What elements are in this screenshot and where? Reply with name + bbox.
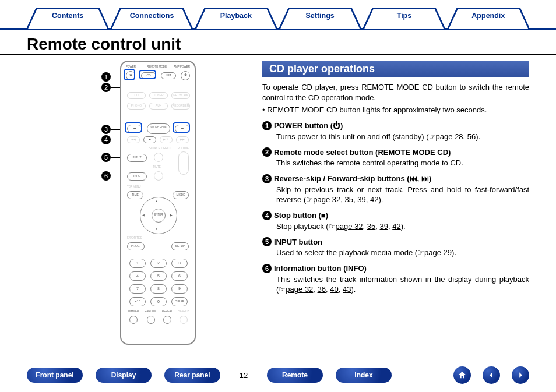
page-title: Remote control unit (0, 34, 556, 55)
tab-tips[interactable]: Tips (363, 8, 445, 23)
def-badge: 5 (262, 237, 272, 246)
play-pause-button: ▶/⏸ (160, 136, 173, 143)
src-tuner: TUNER (149, 92, 168, 99)
def-body-post: ). (476, 132, 480, 141)
src-cd: CD (127, 92, 146, 99)
input-button: INPUT (127, 154, 147, 162)
num-1: 1 (129, 259, 146, 268)
page-link[interactable]: 39 (357, 195, 365, 204)
prev-page-button[interactable] (483, 366, 500, 384)
next-page-button[interactable] (512, 366, 529, 384)
arrow-right-icon (516, 371, 525, 379)
nav-index[interactable]: Index (336, 368, 392, 383)
callout-badge-4: 4 (101, 135, 111, 144)
page-link[interactable]: 35 (367, 222, 375, 231)
skip-next-button: ⏭ (175, 125, 190, 133)
tab-connections[interactable]: Connections (111, 8, 192, 23)
def-item-5: 5INPUT button Used to select the playbac… (262, 237, 529, 258)
nav-rear-panel[interactable]: Rear panel (164, 368, 220, 383)
label-repeat: REPEAT (162, 310, 173, 313)
tab-contents[interactable]: Contents (27, 8, 108, 23)
def-head: Remote mode select button (REMOTE MODE C… (274, 148, 451, 157)
search-button (180, 316, 188, 324)
def-badge: 3 (262, 174, 272, 183)
label-mute: MUTE (153, 165, 161, 168)
fast-forward-button: ▶▶ (176, 136, 189, 143)
page-link[interactable]: 42 (392, 222, 400, 231)
tab-label: Connections (111, 8, 192, 23)
page-link[interactable]: page 29 (424, 248, 452, 257)
label-dimmer: DIMMER (128, 310, 139, 313)
top-tabs: Contents Connections Playback Settings T… (0, 0, 556, 30)
page-link[interactable]: page 32 (286, 285, 313, 294)
def-head: POWER button (⏻) (274, 121, 343, 130)
intro-text: To operate CD player, press REMOTE MODE … (262, 82, 529, 103)
mode-button: MODE (173, 191, 189, 199)
page-link[interactable]: 39 (380, 222, 388, 231)
sound-mode-button: SOUND MODE (147, 123, 170, 134)
page-link[interactable]: page 32 (313, 195, 340, 204)
tab-playback[interactable]: Playback (195, 8, 277, 23)
bottom-nav-left: Front panel Display Rear panel (27, 368, 220, 383)
mute-button (154, 171, 163, 181)
def-head: INPUT button (274, 238, 322, 246)
callout-badge-2: 2 (101, 83, 111, 92)
num-8: 8 (150, 284, 167, 294)
num-3: 3 (171, 259, 188, 268)
info-button: INFO (127, 172, 147, 181)
arrow-left-icon (487, 371, 495, 379)
page-link[interactable]: 43 (343, 285, 351, 294)
def-item-2: 2Remote mode select button (REMOTE MODE … (262, 147, 529, 168)
home-icon (458, 370, 467, 380)
tab-label: Appendix (448, 8, 529, 23)
def-body-pre: Turns power to this unit on and off (sta… (276, 132, 436, 141)
def-item-4: 4Stop button (■) Stop playback (☞page 32… (262, 211, 529, 232)
nav-display[interactable]: Display (96, 368, 152, 383)
src-phono: PHONO (127, 103, 146, 110)
nav-label: Display (111, 371, 136, 379)
tab-label: Tips (363, 8, 445, 23)
description-column: CD player operations To operate CD playe… (262, 61, 529, 345)
def-body-pre: Used to select the playback media mode (… (276, 248, 424, 257)
page-link[interactable]: 56 (467, 132, 476, 141)
page-link[interactable]: 42 (370, 195, 378, 204)
label-remote-mode: REMOTE MODE (147, 65, 167, 68)
num-9: 9 (171, 284, 188, 294)
def-item-1: 1POWER button (⏻) Turns power to this un… (262, 121, 529, 142)
page-body: 1 2 3 4 5 6 POWER REMOTE MODE AMP POWER … (0, 61, 556, 345)
source-direct-button (154, 153, 163, 162)
nav-label: Front panel (36, 371, 73, 379)
remote-power-button: ⏻ (126, 71, 135, 80)
dimmer-button (129, 316, 138, 324)
bottom-nav: Front panel Display Rear panel 12 Remote… (0, 366, 556, 384)
page-link[interactable]: 40 (330, 285, 338, 294)
num-plus10: +10 (129, 297, 146, 306)
time-button: TIME (127, 191, 143, 199)
def-body-post: ). (351, 285, 356, 294)
repeat-button (163, 316, 171, 324)
label-volume: VOLUME (178, 147, 189, 150)
page-link[interactable]: page 32 (336, 222, 363, 231)
setup-button: SETUP (171, 242, 189, 250)
nav-label: Remote (282, 371, 308, 379)
def-head: Reverse-skip / Forward-skip buttons (⏮, … (274, 174, 431, 183)
page-link[interactable]: 36 (318, 285, 326, 294)
nav-front-panel[interactable]: Front panel (27, 368, 83, 383)
label-amp-power: AMP POWER (174, 65, 190, 68)
def-badge: 4 (262, 211, 272, 220)
home-button[interactable] (453, 366, 471, 384)
tab-appendix[interactable]: Appendix (448, 8, 529, 23)
label-source-direct: SOURCE DIRECT (149, 147, 171, 150)
label-search: SEARCH (178, 310, 189, 313)
nav-remote[interactable]: Remote (267, 368, 323, 383)
callout-badge-1: 1 (101, 72, 111, 82)
page-link[interactable]: page 28 (436, 132, 463, 141)
prog-button: PROG. (127, 242, 145, 250)
bottom-nav-right: Remote Index (267, 368, 392, 383)
tab-settings[interactable]: Settings (279, 8, 361, 23)
page-link[interactable]: 35 (345, 195, 353, 204)
src-network: NETWORK (171, 92, 190, 99)
def-body-post: ). (378, 195, 383, 204)
page-number: 12 (232, 371, 255, 380)
def-badge: 2 (262, 147, 272, 157)
